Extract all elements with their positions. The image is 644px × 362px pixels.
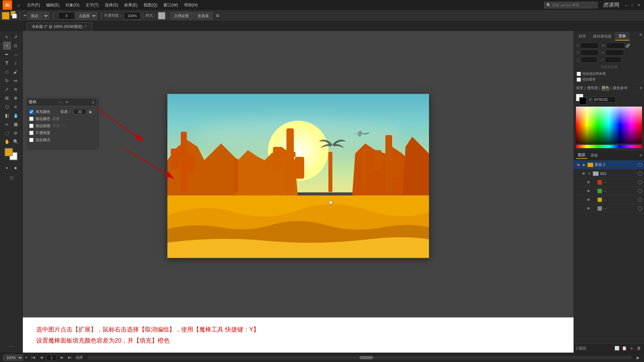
sub-layer-yellow-eye[interactable]: 👁: [586, 197, 591, 202]
prev-page-btn[interactable]: ◀: [39, 355, 44, 360]
text-tool[interactable]: T: [3, 59, 11, 67]
color-gradient-picker[interactable]: [576, 107, 642, 143]
page-num-input[interactable]: [47, 355, 57, 361]
rotate-tool[interactable]: ↻: [3, 76, 11, 84]
panel-header[interactable]: 魔棒 — ✕ ≡: [26, 98, 96, 106]
sub-layer-yellow[interactable]: 👁 ···: [574, 195, 644, 204]
color-bg-box[interactable]: [579, 97, 587, 105]
sub-layer-red-eye[interactable]: 👁: [586, 180, 591, 185]
menu-window[interactable]: 窗口(W): [161, 2, 180, 9]
shear-input[interactable]: [605, 57, 622, 63]
menu-text[interactable]: 文字(T): [83, 2, 101, 9]
hand-tool[interactable]: ✋: [3, 137, 11, 145]
scale-corners-checkbox[interactable]: [577, 77, 581, 82]
artboard-tab[interactable]: 画板: [589, 152, 600, 159]
pen-tool[interactable]: ✒: [3, 50, 11, 58]
magic-wand-tool[interactable]: ✧: [3, 42, 11, 50]
layer-visibility-circle[interactable]: [638, 163, 642, 167]
search-input[interactable]: [552, 3, 595, 7]
next-page-btn[interactable]: ▶: [59, 355, 65, 360]
artboard-tool[interactable]: ⬚: [3, 129, 11, 137]
gradient-tool[interactable]: ◧: [3, 111, 11, 119]
link-icon[interactable]: 🔗: [626, 44, 630, 48]
panel-close-btn[interactable]: ✕: [64, 100, 69, 105]
opacity-checkbox[interactable]: [29, 131, 34, 135]
rect-tool[interactable]: □: [3, 68, 11, 76]
transform-x-input[interactable]: [580, 43, 599, 49]
style-swatch[interactable]: [158, 12, 165, 19]
close-panel-btn[interactable]: ✕: [639, 32, 643, 41]
warp-tool[interactable]: ≋: [12, 85, 20, 93]
menu-edit[interactable]: 编辑(E): [43, 2, 62, 9]
menu-select[interactable]: 选择(S): [102, 2, 121, 9]
color-panel-menu[interactable]: ≡: [640, 86, 642, 90]
selection-tool[interactable]: ↖: [3, 33, 11, 41]
trash-layer-btn[interactable]: 🗑: [636, 345, 642, 351]
bg-color-swatch[interactable]: [12, 14, 17, 18]
tab-document[interactable]: 未标题-1* @ 100% (RGB/预览) ×: [27, 22, 92, 31]
tab-transform[interactable]: 变换: [615, 32, 630, 41]
sub-layer-gray-circle[interactable]: [638, 206, 642, 210]
scale-corners-checkbox-label[interactable]: 缩放圆角: [577, 77, 641, 82]
sub-layer-yellow-circle[interactable]: [638, 198, 642, 202]
curvature-tool[interactable]: ⌓: [12, 50, 20, 58]
stroke-color-checkbox[interactable]: [29, 117, 34, 121]
menu-object[interactable]: 对象(O): [63, 2, 82, 9]
mesh-tool[interactable]: #: [12, 103, 20, 111]
reflect-tool[interactable]: ⇔: [12, 76, 20, 84]
lasso-tool[interactable]: ⊙: [12, 42, 20, 50]
color-ref-tab[interactable]: 颜色参考: [613, 85, 628, 90]
sub-layer-red-circle[interactable]: [638, 180, 642, 184]
hex-value-input[interactable]: [592, 97, 616, 103]
sub-layer-gray-eye[interactable]: 👁: [586, 206, 591, 211]
normal-mode[interactable]: ●: [3, 164, 11, 172]
blend-tool[interactable]: ∞: [3, 120, 11, 128]
close-button[interactable]: ✕: [636, 2, 641, 8]
menu-help[interactable]: 帮助(H): [181, 2, 201, 9]
scale-strokes-checkbox[interactable]: [577, 72, 581, 76]
paintbrush-tool[interactable]: 🖌: [12, 68, 20, 76]
transparency-tab[interactable]: 透明度: [587, 85, 598, 90]
line-tool[interactable]: /: [12, 59, 20, 67]
make-clip-btn[interactable]: ⬜: [614, 345, 620, 351]
doc-settings-button[interactable]: 文档设置: [170, 12, 193, 19]
canvas-content[interactable]: [23, 31, 574, 317]
add-layer-btn[interactable]: +: [629, 345, 635, 351]
slice-tool[interactable]: ⊘: [12, 129, 20, 137]
more-tools[interactable]: ···: [8, 342, 15, 351]
first-page-btn[interactable]: |◀: [31, 355, 36, 360]
layer-item-003[interactable]: 👁 ▼ 003: [574, 169, 644, 178]
angle-input[interactable]: [581, 57, 597, 63]
layer-group-item[interactable]: 👁 ▶ 图层 2: [574, 161, 644, 169]
scale-strokes-checkbox-label[interactable]: 缩放描边和效果: [577, 71, 641, 76]
zoom-select[interactable]: 100%: [3, 355, 23, 361]
brush-select[interactable]: 描边：: [28, 12, 49, 19]
transform-h-input[interactable]: [605, 50, 624, 56]
hue-slider[interactable]: [576, 145, 642, 148]
fill-tolerance-arrow[interactable]: ▶: [88, 109, 94, 114]
perspective-tool[interactable]: ⬡: [3, 103, 11, 111]
draw-behind-mode[interactable]: ◉: [12, 164, 20, 172]
preferences-button[interactable]: 首选项: [194, 12, 212, 19]
menu-view[interactable]: 视图(Q): [141, 2, 160, 9]
panel-minimize-btn[interactable]: —: [58, 100, 63, 105]
stroke-weight-checkbox[interactable]: [29, 124, 34, 128]
direct-selection-tool[interactable]: ↗: [12, 33, 20, 41]
search-bar[interactable]: 🔍: [544, 2, 598, 8]
extra-icon1[interactable]: ⚙: [216, 13, 220, 18]
brush-mode[interactable]: ✏ 描边：: [22, 11, 51, 20]
fill-color-box[interactable]: [2, 12, 9, 19]
horizontal-scrollbar[interactable]: [88, 356, 632, 359]
fg-color-swatch[interactable]: [5, 148, 13, 156]
change-screen-mode[interactable]: ⬛: [7, 174, 15, 182]
sub-layer-red[interactable]: 👁 ···: [574, 178, 644, 187]
opacity-input[interactable]: [124, 12, 141, 19]
free-transform-tool[interactable]: ⊞: [3, 94, 11, 102]
sub-layer-gray[interactable]: 👁 ···: [574, 204, 644, 213]
sub-layer-green-circle[interactable]: [638, 189, 642, 193]
menu-effect[interactable]: 效果(E): [121, 2, 140, 9]
zoom-tool[interactable]: 🔍: [12, 137, 20, 145]
fill-tolerance-input[interactable]: [73, 109, 86, 114]
tab-close-button[interactable]: ×: [85, 25, 87, 28]
scale-tool[interactable]: ⤢: [3, 85, 11, 93]
